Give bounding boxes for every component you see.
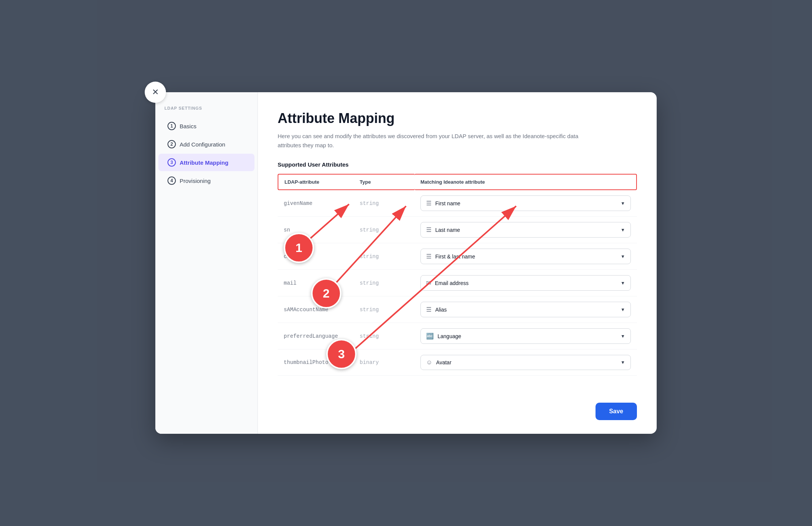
main-content: Attribute Mapping Here you can see and m… [258, 92, 657, 434]
annotation-circle-1: 1 [284, 233, 314, 263]
matching-dropdown-cell: ✉ Email address ▼ [414, 270, 637, 296]
annotation-circle-3: 3 [326, 339, 357, 369]
dropdown-label-6: Avatar [436, 359, 451, 365]
chevron-down-icon: ▼ [621, 280, 625, 286]
dropdown-label-2: First & last name [435, 254, 475, 260]
sidebar-label-provisioning: Provisioning [180, 178, 211, 184]
type-value: string [354, 217, 414, 243]
sidebar-label-attribute-mapping: Attribute Mapping [180, 159, 228, 166]
matching-dropdown-cell: 🔤 Language ▼ [414, 323, 637, 350]
matching-dropdown-1[interactable]: ☰ Last name ▼ [420, 222, 631, 238]
sidebar: LDAP SETTINGS 1 Basics 2 Add Configurati… [155, 92, 258, 434]
col-header-matching: Matching Ideanote attribute [414, 174, 637, 190]
col-header-ldap: LDAP-attribute [278, 174, 354, 190]
table-row: givenName string ☰ First name ▼ [278, 190, 637, 217]
step-num-3: 3 [167, 158, 176, 167]
type-value: string [354, 323, 414, 350]
sidebar-label-basics: Basics [180, 123, 196, 129]
matching-dropdown-cell: ☰ Alias ▼ [414, 296, 637, 323]
sidebar-item-add-configuration[interactable]: 2 Add Configuration [158, 135, 254, 153]
sidebar-item-provisioning[interactable]: 4 Provisioning [158, 172, 254, 189]
dropdown-icon-6: ☺ [426, 359, 432, 366]
annotation-circle-2: 2 [311, 278, 341, 309]
chevron-down-icon: ▼ [621, 227, 625, 233]
chevron-down-icon: ▼ [621, 201, 625, 206]
dropdown-icon-0: ☰ [426, 200, 431, 207]
table-section-title: Supported User Attributes [278, 161, 637, 168]
matching-dropdown-cell: ☰ First & last name ▼ [414, 243, 637, 270]
type-value: binary [354, 350, 414, 376]
matching-dropdown-5[interactable]: 🔤 Language ▼ [420, 328, 631, 344]
chevron-down-icon: ▼ [621, 360, 625, 365]
matching-dropdown-6[interactable]: ☺ Avatar ▼ [420, 355, 631, 370]
dropdown-label-0: First name [435, 200, 460, 206]
sidebar-section-label: LDAP SETTINGS [155, 106, 258, 117]
matching-dropdown-4[interactable]: ☰ Alias ▼ [420, 302, 631, 317]
dropdown-icon-1: ☰ [426, 226, 431, 233]
step-num-1: 1 [167, 122, 176, 130]
dropdown-label-5: Language [438, 333, 461, 339]
matching-dropdown-cell: ☺ Avatar ▼ [414, 350, 637, 376]
type-value: string [354, 243, 414, 270]
table-row: sn string ☰ Last name ▼ [278, 217, 637, 243]
sidebar-item-attribute-mapping[interactable]: 3 Attribute Mapping [158, 154, 254, 171]
chevron-down-icon: ▼ [621, 307, 625, 312]
sidebar-label-add-configuration: Add Configuration [180, 141, 225, 148]
sidebar-item-basics[interactable]: 1 Basics [158, 117, 254, 135]
type-value: string [354, 296, 414, 323]
matching-dropdown-3[interactable]: ✉ Email address ▼ [420, 275, 631, 291]
dropdown-label-1: Last name [435, 227, 460, 233]
type-value: string [354, 190, 414, 217]
page-title: Attribute Mapping [278, 110, 637, 126]
matching-dropdown-cell: ☰ First name ▼ [414, 190, 637, 217]
matching-dropdown-0[interactable]: ☰ First name ▼ [420, 195, 631, 211]
dropdown-icon-4: ☰ [426, 306, 431, 313]
chevron-down-icon: ▼ [621, 334, 625, 339]
page-description: Here you can see and modify the attribut… [278, 132, 589, 150]
dropdown-icon-3: ✉ [426, 279, 431, 287]
ldap-attr-value: givenName [278, 190, 354, 217]
matching-dropdown-2[interactable]: ☰ First & last name ▼ [420, 249, 631, 264]
dropdown-icon-2: ☰ [426, 253, 431, 260]
dropdown-label-4: Alias [435, 307, 447, 313]
modal-dialog: ✕ LDAP SETTINGS 1 Basics 2 Add Configura… [155, 92, 657, 434]
step-num-4: 4 [167, 176, 176, 185]
dropdown-label-3: Email address [435, 280, 469, 286]
chevron-down-icon: ▼ [621, 254, 625, 259]
step-num-2: 2 [167, 140, 176, 148]
dropdown-icon-5: 🔤 [426, 332, 434, 340]
table-row: cn string ☰ First & last name ▼ [278, 243, 637, 270]
close-button[interactable]: ✕ [145, 82, 166, 103]
type-value: string [354, 270, 414, 296]
save-button[interactable]: Save [596, 403, 637, 420]
col-header-type: Type [354, 174, 414, 190]
matching-dropdown-cell: ☰ Last name ▼ [414, 217, 637, 243]
